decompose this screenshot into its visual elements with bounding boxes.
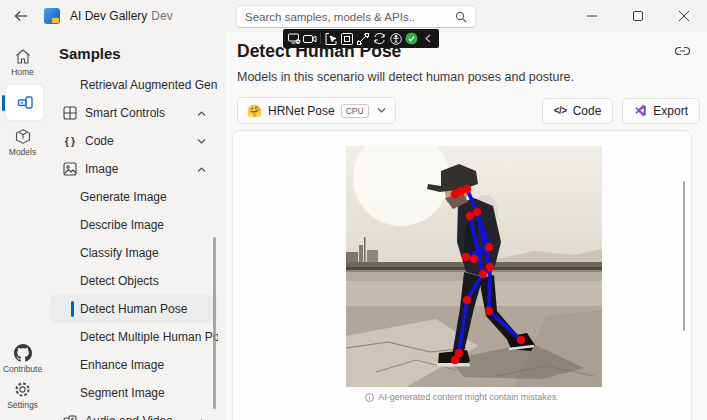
app-title: AI Dev GalleryDev xyxy=(70,9,173,23)
audio-video-icon xyxy=(60,415,80,420)
region-select-icon[interactable] xyxy=(340,31,354,47)
code-braces-icon: { } xyxy=(60,135,80,147)
close-icon xyxy=(679,11,689,21)
app-window: { "titlebar": { "app_title": "AI Dev Gal… xyxy=(0,0,707,420)
toolbar-divider xyxy=(320,33,321,44)
page-description: Models in this scenario will detect huma… xyxy=(237,70,707,84)
accessibility-icon[interactable] xyxy=(389,31,403,47)
screen-settings-icon[interactable] xyxy=(287,31,301,47)
pointer-select-icon[interactable] xyxy=(324,31,338,47)
titlebar: AI Dev GalleryDev Search samples, models… xyxy=(0,0,707,32)
pose-result-image xyxy=(346,146,602,387)
camera-switch-icon[interactable] xyxy=(373,31,387,47)
chevron-up-icon xyxy=(197,167,206,172)
huggingface-emoji-icon: 🤗 xyxy=(247,105,262,117)
sidebar-heading: Samples xyxy=(59,45,225,62)
rail-item-contribute[interactable]: Contribute xyxy=(3,344,43,374)
back-button[interactable] xyxy=(6,4,36,28)
capture-toolbar xyxy=(283,29,439,48)
sidebar-group-smart-controls[interactable]: Smart Controls xyxy=(50,99,218,127)
nav-rail: Home Models Contribute Settings xyxy=(0,32,45,420)
chevron-down-icon xyxy=(377,108,386,113)
sidebar-item-describe-image[interactable]: Describe Image xyxy=(50,211,218,239)
sidebar-scrollbar[interactable] xyxy=(213,237,216,409)
chevron-down-icon xyxy=(197,139,206,144)
search-icon xyxy=(455,11,467,23)
minimize-icon xyxy=(587,11,597,21)
code-button[interactable]: </> Code xyxy=(542,98,614,124)
sidebar-item-detect-objects[interactable]: Detect Objects xyxy=(50,267,218,295)
github-icon xyxy=(14,344,32,362)
link-icon xyxy=(675,46,690,56)
sidebar-item-classify-image[interactable]: Classify Image xyxy=(50,239,218,267)
rail-item-settings[interactable]: Settings xyxy=(3,381,43,410)
video-camera-icon[interactable] xyxy=(303,31,317,47)
samples-sidebar: Samples Retrieval Augmented Generation S… xyxy=(45,32,225,420)
code-icon: </> xyxy=(554,105,567,116)
info-icon xyxy=(365,393,374,402)
model-name: HRNet Pose xyxy=(268,104,335,118)
app-title-badge: Dev xyxy=(151,9,172,23)
main-pane: Detect Human Pose Models in this scenari… xyxy=(225,32,707,420)
rail-item-label: Settings xyxy=(7,400,38,410)
ai-disclaimer: AI-generated content might contain mista… xyxy=(233,392,691,402)
minimize-button[interactable] xyxy=(569,0,615,32)
rail-item-label: Models xyxy=(9,147,36,157)
card-scrollbar[interactable] xyxy=(683,181,686,331)
maximize-icon xyxy=(633,11,643,21)
back-arrow-icon xyxy=(14,10,28,22)
hardware-badge: CPU xyxy=(341,104,369,118)
sidebar-item-detect-human-pose[interactable]: Detect Human Pose xyxy=(50,295,218,323)
window-controls xyxy=(569,0,707,32)
close-button[interactable] xyxy=(661,0,707,32)
rail-item-label: Contribute xyxy=(3,364,42,374)
sidebar-group-audio-and-video[interactable]: Audio and Video xyxy=(50,407,218,420)
sample-output-card: AI-generated content might contain mista… xyxy=(232,130,692,420)
rail-item-models[interactable]: Models xyxy=(3,128,43,157)
models-box-icon xyxy=(14,128,32,145)
sidebar-item-segment-image[interactable]: Segment Image xyxy=(50,379,218,407)
copy-link-button[interactable] xyxy=(669,40,695,62)
search-placeholder: Search samples, models & APIs.. xyxy=(245,11,455,23)
sidebar-item-retrieval-augmented-generation[interactable]: Retrieval Augmented Generation xyxy=(50,71,218,99)
export-button[interactable]: Export xyxy=(622,98,700,124)
chevron-up-icon xyxy=(197,111,206,116)
transform-arrows-icon[interactable] xyxy=(356,31,370,47)
collapse-chevron-icon[interactable] xyxy=(421,31,435,47)
sidebar-item-enhance-image[interactable]: Enhance Image xyxy=(50,351,218,379)
maximize-button[interactable] xyxy=(615,0,661,32)
image-icon xyxy=(60,162,80,176)
app-icon xyxy=(44,8,60,24)
rail-item-label: Home xyxy=(11,67,34,77)
selection-accent-bar xyxy=(2,95,5,111)
sidebar-group-image[interactable]: Image xyxy=(50,155,218,183)
home-icon xyxy=(14,48,32,65)
rail-item-home[interactable]: Home xyxy=(3,48,43,77)
model-selector[interactable]: 🤗 HRNet Pose CPU xyxy=(237,97,396,124)
samples-flashlight-icon xyxy=(15,94,34,111)
rail-item-samples[interactable] xyxy=(5,84,44,121)
visual-studio-icon xyxy=(634,104,647,117)
search-input[interactable]: Search samples, models & APIs.. xyxy=(236,5,476,28)
gear-icon xyxy=(14,381,31,398)
status-check-icon[interactable] xyxy=(405,31,419,47)
sidebar-item-generate-image[interactable]: Generate Image xyxy=(50,183,218,211)
sidebar-group-code[interactable]: { } Code xyxy=(50,127,218,155)
grid-icon xyxy=(60,106,80,120)
sidebar-item-detect-multiple-human-pose[interactable]: Detect Multiple Human Pose xyxy=(50,323,218,351)
